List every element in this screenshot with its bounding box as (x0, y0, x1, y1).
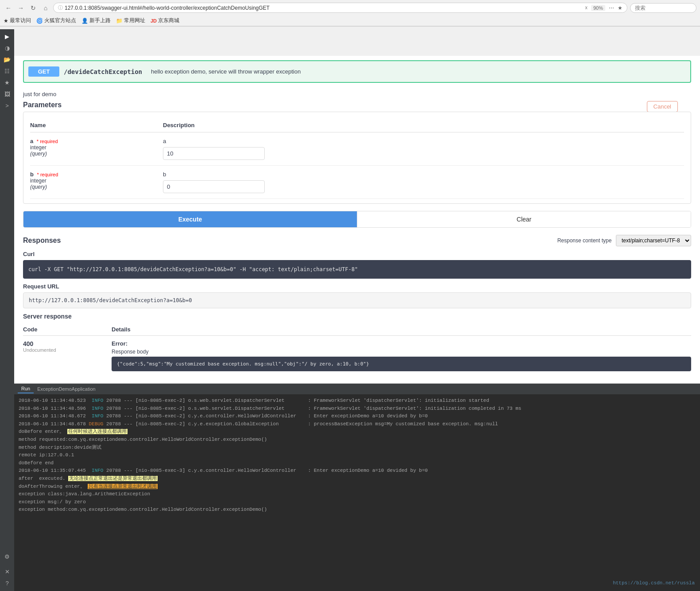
log-line-6: method requested:com.yq.exceptiondemo.co… (19, 436, 696, 444)
response-code-col: 400 Undocumented (23, 340, 112, 353)
response-body-code: {"code":5,"msg":"My customized base exce… (112, 357, 691, 371)
sidebar-debug-icon[interactable]: ◑ (1, 43, 13, 53)
zoom-badge: 90% (591, 5, 605, 11)
forward-button[interactable]: → (16, 3, 26, 13)
firefox-icon: 🌀 (36, 18, 43, 24)
back-button[interactable]: ← (4, 3, 13, 13)
param-input-b[interactable] (163, 180, 265, 193)
param-label-a: a (163, 138, 684, 144)
log-line-4: 2018-06-10 11:34:48.678 DEBUG 20788 --- … (19, 420, 696, 428)
folder-icon: 📁 (116, 18, 123, 24)
param-type-b: integer (30, 178, 163, 184)
log-line-11: after executed. 无论连接点正常退出还是异常退出都调用 (19, 475, 696, 483)
clear-button[interactable]: Clear (357, 211, 691, 227)
sidebar-question-icon[interactable]: ? (1, 578, 13, 588)
bookmark-newuser[interactable]: 👤 新手上路 (81, 17, 111, 24)
bookmark-common[interactable]: 📁 常用网址 (116, 17, 145, 24)
log-line-8: remote ip:127.0.0.1 (19, 451, 696, 459)
content-type-selector: Response content type text/plain;charset… (557, 235, 691, 246)
swagger-area: GET /devideCatchException hello exceptio… (14, 56, 700, 384)
log-line-5: doBefore enter。 任何时候进入连接点都调用 (19, 428, 696, 436)
sidebar-run-icon[interactable]: ▶ (1, 31, 13, 42)
details-col-header: Details (112, 326, 691, 333)
sidebar-close-icon[interactable]: ✕ (1, 566, 13, 577)
more-icon: ⋯ (609, 5, 614, 11)
response-undocumented: Undocumented (23, 347, 112, 353)
param-desc-col-b: b (163, 171, 684, 193)
param-row-b: b * required integer (query) b (30, 166, 684, 199)
curl-title: Curl (23, 251, 691, 257)
endpoint-path: /devideCatchException (64, 68, 142, 75)
response-table-header: Code Details (23, 323, 691, 336)
shield-icon: ☓ (585, 5, 588, 11)
person-icon: 👤 (81, 18, 88, 24)
response-details-col: Error: Response body {"code":5,"msg":"My… (112, 340, 691, 371)
bookmark-changfang[interactable]: ★ 最常访问 (4, 17, 31, 24)
log-line-9: doBefore end (19, 459, 696, 467)
log-line-3: 2018-06-10 11:34:48.672 INFO 20788 --- [… (19, 412, 696, 420)
response-body-label: Response body (112, 349, 691, 355)
responses-header: Responses Response content type text/pla… (23, 235, 691, 246)
log-line-2: 2018-06-10 11:34:48.596 INFO 20788 --- [… (19, 405, 696, 413)
code-col-header: Code (23, 326, 112, 333)
buttons-row: Execute Clear (23, 211, 691, 228)
param-desc-col-a: a (163, 138, 684, 160)
app-name: ExceptionDemoApplication (37, 386, 95, 392)
param-label-b: b (163, 171, 684, 178)
watermark: https://blog.csdn.net/russla (613, 579, 695, 587)
param-name-col-b: b * required integer (query) (30, 171, 163, 190)
content-type-select[interactable]: text/plain;charset=UTF-8 (616, 235, 691, 246)
name-column-header: Name (30, 122, 163, 128)
bookmark-label: 最常访问 (10, 17, 31, 24)
browser-toolbar: ← → ↻ ⌂ ⓘ 127.0.0.1:8085/swagger-ui.html… (0, 0, 700, 16)
demo-text: just for demo (23, 87, 691, 101)
jd-icon: JD (151, 18, 157, 23)
request-url-value: http://127.0.0.1:8085/devideCatchExcepti… (23, 292, 691, 308)
log-line-14: exception msg:/ by zero (19, 498, 696, 506)
responses-title: Responses (23, 237, 61, 245)
address-bar[interactable]: ⓘ 127.0.0.1:8085/swagger-ui.html#/hello-… (53, 3, 627, 13)
params-header: Name Description (30, 118, 684, 132)
star-icon: ★ (4, 18, 8, 24)
param-name-a: a (30, 138, 33, 144)
request-url-title: Request URL (23, 283, 691, 290)
execute-button[interactable]: Execute (23, 211, 357, 227)
log-line-12: doAfterThrowing enter。 只有当连接点异常退出时才调用 (19, 483, 696, 491)
cancel-button[interactable]: Cancel (647, 101, 678, 112)
param-row-a: a * required integer (query) a (30, 132, 684, 166)
log-line-15: exception method:com.yq.exceptiondemo.co… (19, 506, 696, 514)
param-location-a: (query) (30, 151, 163, 157)
bookmark-label: 京东商城 (158, 17, 179, 24)
left-sidebar: ▶ ◑ 📂 ☷ ★ 🖼 > ⚙ ✕ ? (0, 29, 14, 591)
bookmark-jd[interactable]: JD 京东商城 (151, 17, 179, 24)
sidebar-terminal-icon[interactable]: > (1, 100, 13, 111)
reload-button[interactable]: ↻ (28, 3, 38, 13)
description-column-header: Description (163, 122, 684, 128)
sidebar-project-icon[interactable]: 📂 (1, 54, 13, 65)
sidebar-settings-icon[interactable]: ⚙ (1, 551, 13, 562)
sidebar-structure-icon[interactable]: ☷ (1, 66, 13, 76)
bookmark-firefox[interactable]: 🌀 火狐官方站点 (36, 17, 76, 24)
param-input-a[interactable] (163, 147, 265, 160)
parameters-title: Parameters (23, 101, 62, 109)
log-line-13: exception class:java.lang.ArithmeticExce… (19, 490, 696, 498)
response-code: 400 (23, 340, 112, 347)
content-type-label: Response content type (557, 237, 612, 244)
address-bar-right: ☓ 90% ⋯ ★ (585, 5, 623, 11)
console-wrapper: Run ExceptionDemoApplication 2018-06-10 … (14, 384, 700, 591)
required-badge-b: * required (37, 172, 58, 177)
log-line-1: 2018-06-10 11:34:48.523 INFO 20788 --- [… (19, 397, 696, 405)
parameters-section: Parameters Cancel (23, 101, 691, 109)
search-input[interactable] (630, 3, 696, 13)
endpoint-header: GET /devideCatchException hello exceptio… (23, 60, 691, 83)
console-output: 2018-06-10 11:34:48.523 INFO 20788 --- [… (14, 394, 700, 591)
curl-command: curl -X GET "http://127.0.0.1:8085/devid… (23, 260, 691, 279)
server-response-title: Server response (23, 313, 691, 320)
sidebar-favorites-icon[interactable]: ★ (1, 77, 13, 88)
sidebar-db-icon[interactable]: 🖼 (1, 89, 13, 99)
main-content: GET /devideCatchException hello exceptio… (14, 56, 700, 591)
bookmark-icon: ★ (618, 5, 623, 11)
run-tab[interactable]: Run (18, 385, 34, 393)
param-name-col-a: a * required integer (query) (30, 138, 163, 157)
home-button[interactable]: ⌂ (41, 3, 50, 13)
